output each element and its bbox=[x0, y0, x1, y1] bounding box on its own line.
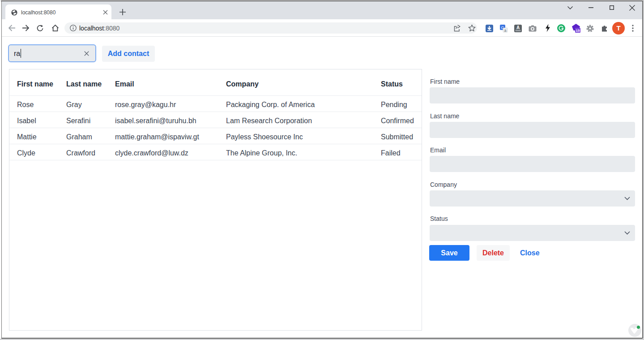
svg-text:a: a bbox=[504, 28, 507, 33]
svg-text:15: 15 bbox=[576, 29, 580, 33]
svg-text:A: A bbox=[516, 25, 520, 30]
